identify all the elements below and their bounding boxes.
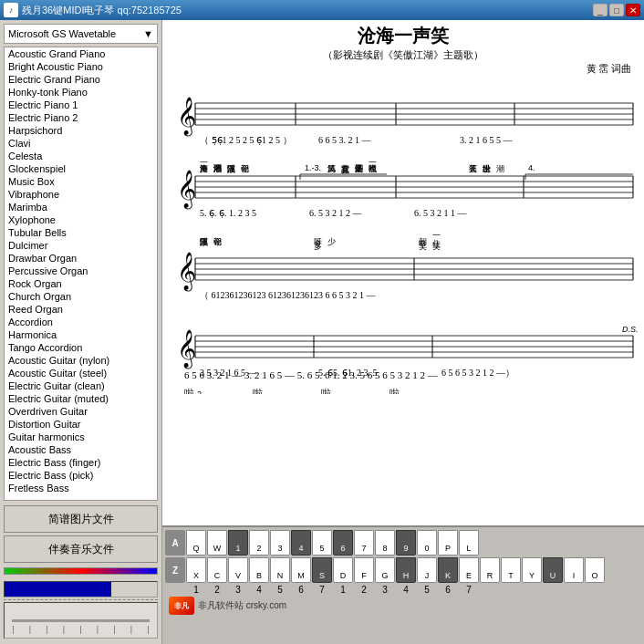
key-J[interactable]: J [417,557,437,583]
key-C[interactable]: C [207,557,227,583]
key-W[interactable]: W [207,530,227,556]
num-6b: 6 [438,585,458,595]
instrument-item-5[interactable]: Electric Piano 2 [5,111,157,124]
key-R[interactable]: R [480,557,500,583]
key-U[interactable]: U [543,557,563,583]
key-8[interactable]: 8 [375,530,395,556]
accompaniment-file-button[interactable]: 伴奏音乐文件 [4,535,158,563]
svg-text:6. 5 3 2 1  2 —: 6. 5 3 2 1 2 — [309,208,363,218]
key-9[interactable]: 9 [396,530,416,556]
instrument-item-28[interactable]: Overdriven Guitar [5,405,157,418]
key-T[interactable]: T [501,557,521,583]
instrument-item-20[interactable]: Reed Organ [5,303,157,316]
svg-text:浮沉随浪: 浮沉随浪 [201,237,209,247]
instrument-item-12[interactable]: Marimba [5,201,157,213]
instrument-item-2[interactable]: Electric Grand Piano [5,73,157,86]
instrument-item-11[interactable]: Vibraphone [5,188,157,201]
instrument-item-6[interactable]: Harpsichord [5,124,157,137]
key-6[interactable]: 6 [333,530,353,556]
instrument-item-8[interactable]: Celesta [5,150,157,162]
watermark-text: 非凡软件站 crsky.com [198,599,286,612]
instrument-item-24[interactable]: Acoustic Guitar (nylon) [5,354,157,367]
svg-text:6  6 5 3. 2 1 —: 6 6 5 3. 2 1 — [318,135,372,145]
minimize-button[interactable]: _ [593,4,608,16]
key-G[interactable]: G [375,557,395,583]
key-7[interactable]: 7 [354,530,374,556]
number-row-1: 1 2 3 4 5 6 7 1 2 3 4 5 6 7 [165,585,641,595]
key-Q[interactable]: Q [186,530,206,556]
num-4: 4 [249,585,269,595]
instrument-item-15[interactable]: Dulcimer [5,239,157,252]
key-O[interactable]: O [585,557,605,583]
close-button[interactable]: ✕ [626,4,640,16]
num-3b: 3 [375,585,395,595]
key-2[interactable]: 2 [249,530,269,556]
instrument-item-25[interactable]: Acoustic Guitar (steel) [5,367,157,379]
key-N[interactable]: N [270,557,290,583]
key-K[interactable]: K [438,557,458,583]
key-H[interactable]: H [396,557,416,583]
key-P[interactable]: P [438,530,458,556]
key-Y[interactable]: Y [522,557,542,583]
instrument-list[interactable]: Acoustic Grand PianoBright Acoustic Pian… [4,47,158,501]
instrument-item-19[interactable]: Church Organ [5,290,157,303]
instrument-item-23[interactable]: Tango Accordion [5,341,157,354]
key-E[interactable]: E [459,557,479,583]
key-5[interactable]: 5 [312,530,332,556]
svg-text:𝄞: 𝄞 [177,329,196,369]
svg-text:纷纷世上: 纷纷世上 [483,164,492,173]
key-V[interactable]: V [228,557,248,583]
key-M[interactable]: M [291,557,311,583]
key-1[interactable]: 1 [228,530,248,556]
instrument-item-16[interactable]: Drawbar Organ [5,252,157,265]
maximize-button[interactable]: □ [609,4,624,16]
instrument-item-21[interactable]: Accordion [5,316,157,328]
key-X[interactable]: X [186,557,206,583]
instrument-item-18[interactable]: Rock Organ [5,277,157,290]
watermark-icon: 非凡 [169,597,194,615]
instrument-item-9[interactable]: Glockenspiel [5,162,157,175]
instrument-item-34[interactable]: Fretless Bass [5,482,157,494]
key-F[interactable]: F [354,557,374,583]
num-2: 2 [207,585,227,595]
instrument-item-27[interactable]: Electric Guitar (muted) [5,392,157,405]
score-file-button[interactable]: 简谱图片文件 [4,505,158,533]
key-4[interactable]: 4 [291,530,311,556]
color-bar [4,567,158,575]
key-D[interactable]: D [333,557,353,583]
svg-text:3. 2 1  6 5 5 —: 3. 2 1 6 5 5 — [460,135,514,145]
svg-text:1.-3.: 1.-3. [305,163,321,172]
svg-text:豪情还剩了: 豪情还剩了 [356,164,365,173]
midi-device-dropdown[interactable]: Microsoft GS Wavetable ▼ [4,24,158,44]
instrument-item-3[interactable]: Honky-tonk Piano [5,86,157,99]
instrument-item-26[interactable]: Electric Guitar (clean) [5,379,157,392]
svg-text:6  5 6 5 3 2 1  2 —）: 6 5 6 5 3 2 1 2 —） [441,368,514,378]
instrument-item-7[interactable]: Clavi [5,137,157,150]
key-I[interactable]: I [564,557,584,583]
instrument-item-30[interactable]: Guitar harmonics [5,431,157,443]
svg-text:一襟晚照: 一襟晚照 [369,161,378,173]
instrument-item-0[interactable]: Acoustic Grand Piano [5,47,157,60]
svg-text:6. 5 3 2 1  1 —: 6. 5 3 2 1 1 — [414,208,468,218]
instrument-item-4[interactable]: Electric Piano 1 [5,99,157,111]
instrument-item-29[interactable]: Distortion Guitar [5,418,157,431]
key-Z[interactable]: Z [165,557,185,583]
instrument-item-17[interactable]: Percussive Organ [5,265,157,277]
instrument-item-22[interactable]: Harmonica [5,328,157,341]
key-0[interactable]: 0 [417,530,437,556]
instrument-item-31[interactable]: Acoustic Bass [5,443,157,456]
instrument-item-33[interactable]: Electric Bass (pick) [5,469,157,482]
num-5b: 5 [417,585,437,595]
instrument-item-32[interactable]: Electric Bass (finger) [5,456,157,469]
instrument-item-1[interactable]: Bright Acoustic Piano [5,60,157,73]
instrument-item-14[interactable]: Tubular Bells [5,226,157,239]
key-3[interactable]: 3 [270,530,290,556]
key-L[interactable]: L [459,530,479,556]
instrument-item-10[interactable]: Music Box [5,175,157,188]
key-B[interactable]: B [249,557,269,583]
instrument-item-13[interactable]: Xylophone [5,213,157,226]
bottom-watermark: 非凡 非凡软件站 crsky.com [165,597,641,615]
key-S[interactable]: S [312,557,332,583]
svg-text:记今朝: 记今朝 [214,237,223,246]
key-A[interactable]: A [165,530,185,556]
